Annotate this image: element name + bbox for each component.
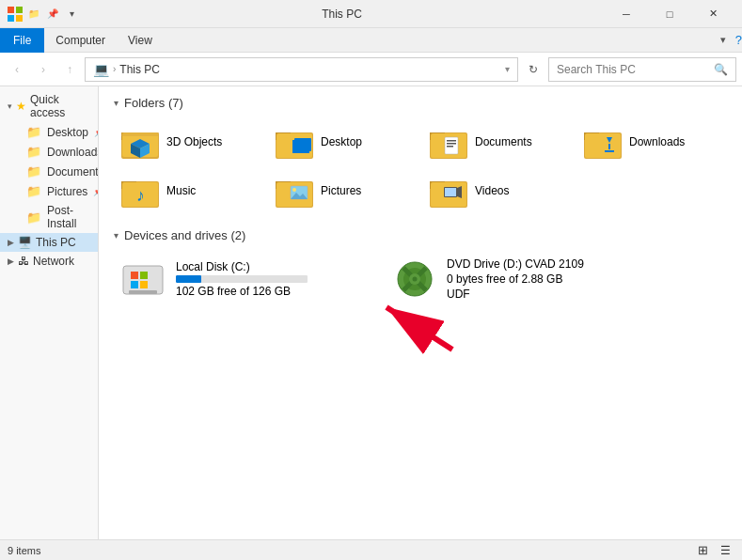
desktop-folder-icon — [276, 125, 313, 159]
down-arrow-icon: ▾ — [64, 7, 79, 22]
svg-point-34 — [292, 188, 296, 192]
this-pc-icon: 🖥️ — [18, 236, 32, 249]
folder-3d-objects-label: 3D Objects — [166, 135, 222, 148]
maximize-button[interactable]: □ — [648, 0, 691, 28]
minimize-button[interactable]: ─ — [605, 0, 648, 28]
local-disk-details: Local Disk (C:) 102 GB free of 126 GB — [176, 260, 370, 298]
folders-section-header: ▾ Folders (7) — [114, 96, 727, 110]
svg-rect-44 — [131, 272, 138, 279]
folder-downloads-label: Downloads — [629, 135, 685, 148]
window-controls: ─ □ ✕ — [605, 0, 734, 28]
3d-objects-icon — [121, 125, 159, 159]
folder-music[interactable]: ♪ Music — [114, 168, 264, 213]
details-view-button[interactable]: ☰ — [716, 542, 734, 559]
quick-access-chevron: ▾ — [8, 101, 12, 111]
pictures-folder-icon — [276, 174, 313, 208]
svg-rect-11 — [294, 138, 311, 151]
dvd-drive-free: 0 bytes free of 2.88 GB — [447, 272, 640, 286]
path-dropdown-icon[interactable]: ▾ — [505, 64, 510, 74]
computer-menu[interactable]: Computer — [44, 28, 117, 53]
content-area-wrapper: ▾ Folders (7) — [99, 86, 742, 539]
address-path[interactable]: 💻 › This PC ▾ — [85, 57, 518, 82]
this-pc-label: This PC — [36, 236, 76, 249]
window-icon — [8, 7, 23, 22]
pc-path-icon: 💻 — [93, 62, 109, 77]
folder-videos[interactable]: Videos — [422, 168, 573, 213]
folders-chevron: ▾ — [114, 98, 118, 108]
svg-rect-40 — [445, 188, 456, 196]
path-chevron: › — [113, 64, 116, 74]
folder-downloads[interactable]: Downloads — [576, 119, 727, 164]
this-pc-header[interactable]: ▶ 🖥️ This PC — [0, 233, 98, 252]
pictures-folder-icon: 📁 — [26, 184, 41, 198]
svg-rect-21 — [585, 133, 621, 158]
view-controls: ⊞ ☰ — [693, 542, 734, 559]
sidebar-item-pictures[interactable]: 📁 Pictures 📌 — [0, 181, 98, 201]
postinstall-label: Post-Install — [47, 204, 90, 230]
sidebar-item-documents[interactable]: 📁 Documents 📌 — [0, 162, 98, 181]
search-icon[interactable]: 🔍 — [714, 63, 728, 76]
svg-rect-23 — [608, 144, 610, 149]
search-input[interactable] — [557, 63, 710, 76]
svg-text:♪: ♪ — [136, 186, 145, 205]
refresh-button[interactable]: ↻ — [522, 58, 545, 81]
window-title: This PC — [85, 8, 599, 21]
sidebar: ▾ ★ Quick access 📁 Desktop 📌 📁 Downloads… — [0, 86, 99, 539]
svg-rect-18 — [447, 146, 453, 148]
folders-grid: 3D Objects Desktop — [114, 119, 727, 213]
forward-button[interactable]: › — [32, 58, 55, 81]
pictures-label: Pictures — [47, 185, 87, 198]
file-menu[interactable]: File — [0, 28, 44, 53]
sidebar-item-postinstall[interactable]: 📁 Post-Install — [0, 201, 98, 233]
music-folder-icon: ♪ — [121, 174, 159, 208]
dvd-drive-name: DVD Drive (D:) CVAD 2109 — [447, 257, 640, 271]
dvd-drive-fs: UDF — [447, 288, 640, 301]
network-header[interactable]: ▶ 🖧 Network — [0, 252, 98, 271]
up-button[interactable]: ↑ — [58, 58, 81, 81]
arrow-area — [114, 321, 727, 378]
quick-access-star-icon: ★ — [16, 100, 26, 113]
documents-label: Documents — [47, 165, 99, 179]
postinstall-folder-icon: 📁 — [26, 210, 41, 225]
desktop-folder-icon: 📁 — [26, 125, 41, 139]
drives-section-label: Devices and drives (2) — [124, 228, 245, 242]
search-box[interactable]: 🔍 — [548, 57, 736, 82]
folder-3d-objects[interactable]: 3D Objects — [114, 119, 264, 164]
sidebar-item-downloads[interactable]: 📁 Downloads 📌 — [0, 142, 98, 162]
folder-desktop[interactable]: Desktop — [268, 119, 418, 164]
folder-documents-label: Documents — [475, 135, 532, 148]
red-arrow — [358, 293, 471, 359]
back-button[interactable]: ‹ — [6, 58, 28, 81]
drive-local-c[interactable]: Local Disk (C:) 102 GB free of 126 GB — [114, 252, 377, 306]
svg-rect-3 — [121, 132, 159, 136]
documents-folder-icon: 📁 — [26, 164, 41, 179]
svg-rect-17 — [447, 143, 456, 145]
svg-rect-46 — [131, 281, 138, 288]
svg-rect-45 — [140, 272, 148, 279]
sidebar-item-desktop[interactable]: 📁 Desktop 📌 — [0, 122, 98, 142]
large-icons-view-button[interactable]: ⊞ — [693, 542, 712, 559]
downloads-label: Downloads — [47, 146, 99, 159]
svg-rect-43 — [129, 290, 157, 294]
downloads-folder-icon: 📁 — [26, 145, 41, 159]
downloads-folder-icon — [584, 125, 622, 159]
desktop-label: Desktop — [47, 126, 88, 139]
view-menu[interactable]: View — [117, 28, 164, 53]
folder-pictures[interactable]: Pictures — [268, 168, 418, 213]
menu-bar: File Computer View ▾ ? — [0, 28, 742, 53]
local-disk-bar-container — [176, 275, 308, 283]
svg-line-56 — [387, 307, 452, 350]
drives-chevron: ▾ — [114, 230, 118, 241]
svg-marker-39 — [457, 186, 462, 198]
network-label: Network — [33, 255, 74, 268]
svg-rect-16 — [447, 140, 456, 142]
title-bar-icons: 📁 📌 ▾ — [8, 7, 79, 22]
close-button[interactable]: ✕ — [691, 0, 734, 28]
quick-access-header[interactable]: ▾ ★ Quick access — [0, 90, 98, 122]
documents-folder-icon — [430, 125, 467, 159]
help-button[interactable]: ? — [735, 33, 742, 47]
svg-rect-24 — [605, 150, 614, 152]
local-disk-bar — [176, 275, 201, 283]
folder-documents[interactable]: Documents — [422, 119, 573, 164]
folder-pictures-label: Pictures — [321, 184, 361, 197]
